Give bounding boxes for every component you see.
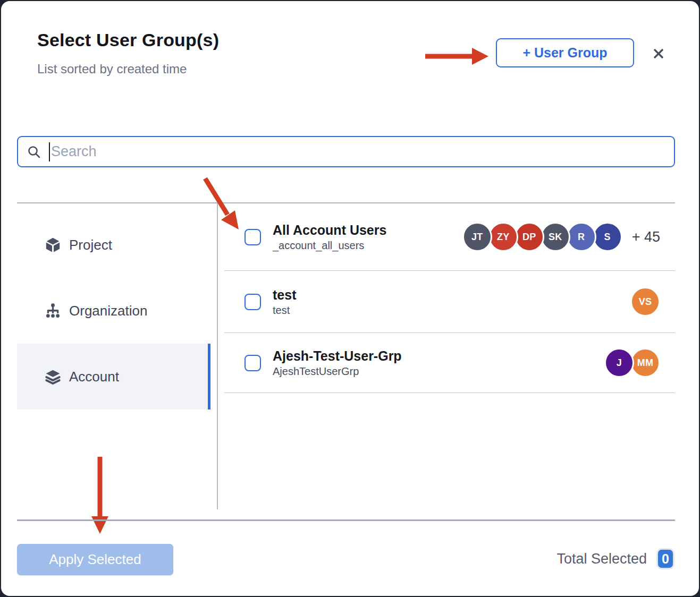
sort-hint-text: List sorted by created time [37, 62, 187, 76]
extra-count: + 45 [632, 229, 660, 245]
avatar: MM [630, 348, 660, 378]
tab-label: Project [69, 237, 112, 253]
avatar: VS [630, 287, 660, 317]
search-icon [27, 144, 41, 159]
scope-tabs: Project Organization [17, 212, 210, 410]
avatar-stack: VS [630, 287, 660, 317]
page-title: Select User Group(s) [37, 30, 219, 50]
row-checkbox[interactable] [244, 294, 261, 310]
group-id: _account_all_users [273, 240, 386, 252]
row-checkbox[interactable] [244, 355, 261, 371]
user-group-row[interactable]: All Account Users _account_all_users JTZ… [224, 203, 675, 271]
row-text: All Account Users _account_all_users [273, 222, 386, 252]
layers-icon [45, 369, 61, 385]
avatar: R [567, 222, 596, 252]
user-group-row[interactable]: Ajesh-Test-User-Grp AjeshTestUserGrp JMM [224, 333, 675, 393]
avatar: DP [515, 222, 544, 252]
search-bar[interactable] [17, 136, 675, 167]
avatar: S [593, 222, 622, 252]
org-chart-icon [45, 303, 61, 319]
tab-project[interactable]: Project [17, 212, 210, 278]
tab-label: Account [69, 369, 119, 385]
search-input[interactable] [50, 143, 665, 160]
group-id: test [273, 304, 296, 317]
avatar-stack: JTZYDPSKRS [462, 222, 622, 252]
avatar: ZY [488, 222, 518, 252]
tab-organization[interactable]: Organization [17, 278, 210, 344]
cube-icon [45, 237, 61, 253]
avatar-stack: JMM [604, 348, 660, 378]
annotation-arrow-user-group-button [425, 46, 489, 67]
apply-selected-button[interactable]: Apply Selected [17, 544, 173, 575]
avatar: J [604, 348, 634, 378]
row-checkbox[interactable] [244, 229, 261, 245]
vertical-divider [217, 203, 218, 509]
close-button[interactable] [647, 42, 670, 65]
group-name: Ajesh-Test-User-Grp [273, 348, 402, 364]
add-user-group-button[interactable]: + User Group [496, 38, 634, 67]
select-user-group-modal: Select User Group(s) List sorted by crea… [1, 1, 699, 596]
group-name: All Account Users [273, 222, 386, 238]
avatar: SK [541, 222, 570, 252]
total-selected-count-badge: 0 [656, 548, 674, 569]
user-group-list: All Account Users _account_all_users JTZ… [224, 203, 675, 393]
tab-label: Organization [69, 303, 147, 319]
row-text: test test [273, 287, 296, 317]
footer-divider [17, 519, 675, 521]
group-id: AjeshTestUserGrp [273, 365, 402, 378]
total-selected-label: Total Selected [556, 551, 647, 567]
close-icon [650, 45, 667, 62]
user-group-row[interactable]: test test VS [224, 271, 675, 333]
group-name: test [273, 287, 296, 303]
row-text: Ajesh-Test-User-Grp AjeshTestUserGrp [273, 348, 402, 378]
tab-account[interactable]: Account [17, 344, 210, 410]
avatar: JT [462, 222, 492, 252]
annotation-arrow-apply-button [89, 456, 111, 535]
total-selected: Total Selected 0 [556, 548, 674, 569]
